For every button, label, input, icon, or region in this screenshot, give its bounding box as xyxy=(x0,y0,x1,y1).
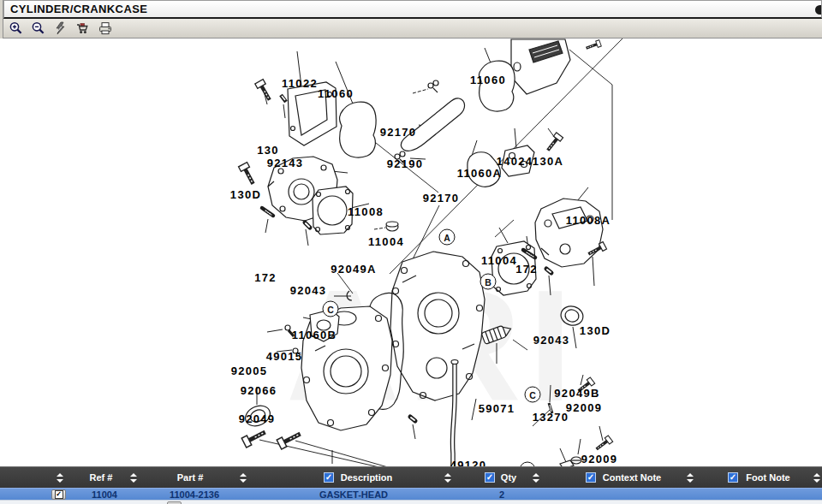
sort-icon[interactable] xyxy=(533,473,539,483)
column-checkbox-context-note[interactable]: ✓ xyxy=(586,472,596,483)
part-label-92190[interactable]: 92190 xyxy=(387,157,424,170)
part-label-92005[interactable]: 92005 xyxy=(231,365,268,377)
cell-part: 11004-2136 xyxy=(170,489,219,501)
part-label-92009-2[interactable]: 92009 xyxy=(581,453,618,465)
part-label-11060a[interactable]: 11060A xyxy=(457,167,503,180)
part-label-92049[interactable]: 92049 xyxy=(239,412,276,425)
drawing-clamp-92170-top xyxy=(428,80,438,92)
zoom-out-button[interactable] xyxy=(29,21,47,37)
part-label-92066[interactable]: 92066 xyxy=(241,384,277,397)
part-label-130d-2[interactable]: 130D xyxy=(580,324,611,337)
drawing-gasket-11060-top xyxy=(479,61,515,111)
parts-table-header: Ref # Part # ✓ Description ✓ Qty ✓ Conte… xyxy=(0,466,822,488)
cell-ref: 11004 xyxy=(92,489,117,501)
column-header-qty[interactable]: Qty xyxy=(501,472,516,483)
part-label-11060-top[interactable]: 11060 xyxy=(470,74,506,86)
print-button[interactable] xyxy=(96,21,114,37)
sort-icon[interactable] xyxy=(444,473,451,483)
part-label-11004[interactable]: 11004 xyxy=(368,235,404,248)
part-label-11008[interactable]: 11008 xyxy=(348,205,384,218)
part-label-92043[interactable]: 92043 xyxy=(290,284,327,297)
part-label-49120[interactable]: 49120 xyxy=(450,459,487,467)
cell-description: GASKET-HEAD xyxy=(319,489,388,501)
column-checkbox-foot-note[interactable]: ✓ xyxy=(728,472,738,483)
callout-b: B xyxy=(480,274,497,290)
part-label-92170-2[interactable]: 92170 xyxy=(423,192,460,205)
part-label-11060b[interactable]: 11060B xyxy=(292,329,337,341)
page-title: CYLINDER/CRANKCASE xyxy=(10,3,147,15)
drawing-gasket-11060-left xyxy=(340,102,377,157)
zoom-in-button[interactable] xyxy=(7,21,25,37)
part-label-92143[interactable]: 92143 xyxy=(267,157,304,169)
column-header-description[interactable]: Description xyxy=(341,472,393,483)
part-label-59071[interactable]: 59071 xyxy=(479,402,515,415)
parts-cart-icon xyxy=(75,21,91,35)
cell-qty: 2 xyxy=(499,489,504,501)
column-header-part[interactable]: Part # xyxy=(177,472,204,483)
drawing-rocker-cover xyxy=(511,39,570,94)
column-header-foot-note[interactable]: Foot Note xyxy=(746,472,789,483)
page-title-bar: CYLINDER/CRANKCASE xyxy=(3,0,822,19)
part-label-11008a[interactable]: 11008A xyxy=(566,214,611,227)
column-header-context-note[interactable]: Context Note xyxy=(603,472,661,483)
part-label-14024[interactable]: 14024 xyxy=(497,155,533,168)
diagram-toolbar xyxy=(3,19,822,39)
callout-a: A xyxy=(439,229,456,246)
part-label-130a[interactable]: 130A xyxy=(533,155,563,168)
callout-c-2: C xyxy=(525,387,541,403)
part-label-11022[interactable]: 11022 xyxy=(282,77,318,90)
sort-icon[interactable] xyxy=(240,473,247,483)
part-label-130[interactable]: 130 xyxy=(257,144,279,157)
part-label-92049b[interactable]: 92049B xyxy=(554,387,599,400)
part-label-92009[interactable]: 92009 xyxy=(566,401,603,414)
part-label-92043-2[interactable]: 92043 xyxy=(533,334,570,347)
checkbox-checked-icon: ✓ xyxy=(55,490,63,499)
table-row-selected[interactable]: ✓ 11004 11004-2136 GASKET-HEAD 2 xyxy=(0,488,822,500)
drawing-gasket-11004-left xyxy=(313,187,353,234)
sort-icon[interactable] xyxy=(813,473,820,483)
drawing-cap-92049a xyxy=(386,222,398,231)
titlebar-corner-glyph xyxy=(815,5,821,15)
part-label-11004-2[interactable]: 11004 xyxy=(481,254,517,267)
part-label-92049a[interactable]: 92049A xyxy=(331,263,376,276)
lightning-icon xyxy=(53,21,68,35)
callout-c: C xyxy=(323,301,339,317)
column-checkbox-qty[interactable]: ✓ xyxy=(485,472,495,483)
zoom-in-icon xyxy=(9,21,24,35)
sort-icon[interactable] xyxy=(130,473,137,483)
sort-icon[interactable] xyxy=(687,473,694,483)
diagram-area: ARI xyxy=(0,39,822,466)
part-label-130d[interactable]: 130D xyxy=(230,188,261,201)
hotspot-button[interactable] xyxy=(51,21,69,37)
part-label-172[interactable]: 172 xyxy=(254,271,277,284)
row-checkbox[interactable]: ✓ xyxy=(51,489,66,500)
table-row-partial[interactable] xyxy=(0,500,822,504)
column-header-ref[interactable]: Ref # xyxy=(90,472,113,483)
part-label-172-2[interactable]: 172 xyxy=(515,263,538,276)
part-label-92170[interactable]: 92170 xyxy=(380,126,417,139)
column-checkbox-description[interactable]: ✓ xyxy=(324,472,334,483)
exploded-parts-drawing: ARI xyxy=(0,39,822,466)
print-icon xyxy=(98,21,113,35)
drawing-clip-13183 xyxy=(571,457,581,464)
part-label-49015[interactable]: 49015 xyxy=(266,350,303,363)
part-label-11060[interactable]: 11060 xyxy=(318,87,354,100)
zoom-out-icon xyxy=(31,21,46,35)
part-label-13270[interactable]: 13270 xyxy=(533,411,569,424)
sort-icon[interactable] xyxy=(57,473,63,483)
add-to-cart-button[interactable] xyxy=(74,21,92,37)
